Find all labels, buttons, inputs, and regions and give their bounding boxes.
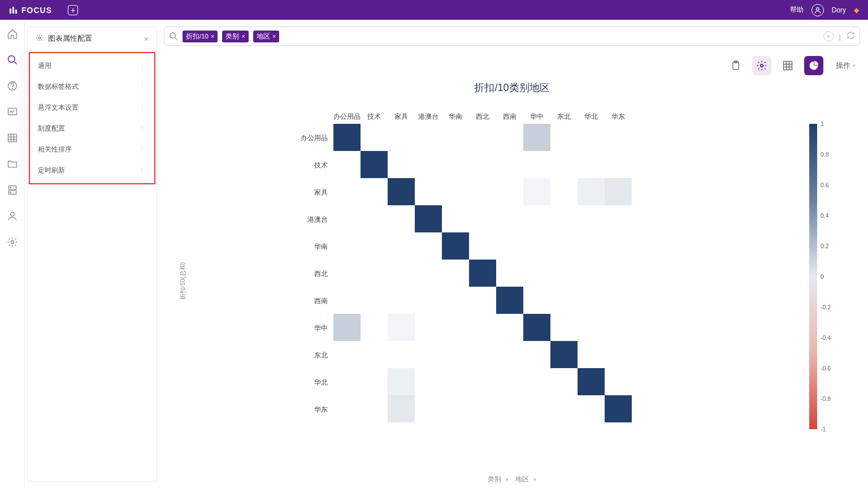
svg-point-19 (761, 64, 763, 67)
prop-refresh[interactable]: 定时刷新〉 (30, 160, 154, 181)
clear-icon[interactable]: × (823, 31, 834, 41)
heatmap-cell[interactable] (578, 368, 605, 395)
svg-rect-8 (8, 134, 16, 141)
y-axis-label: 折扣/10(总和) (179, 262, 187, 300)
svg-point-13 (10, 212, 14, 216)
svg-point-16 (170, 33, 175, 38)
legend-tick: 0.2 (821, 243, 829, 249)
app-name: FOCUS (21, 6, 52, 15)
chevron-right-icon: 〉 (141, 167, 146, 175)
foot-region[interactable]: 地区 (515, 476, 529, 482)
prop-general[interactable]: 通用〉 (30, 55, 154, 76)
heatmap-cell[interactable] (605, 178, 632, 205)
row-header: 家具 (283, 188, 328, 197)
heatmap-cell[interactable] (469, 260, 496, 287)
clipboard-button[interactable] (726, 56, 745, 75)
nav-server-icon[interactable] (6, 184, 19, 196)
heatmap-cell[interactable] (333, 314, 361, 341)
svg-rect-2 (15, 10, 17, 14)
color-legend: 10.80.60.40.20-0.2-0.4-0.6-0.8-1 (809, 124, 817, 429)
legend-tick: 0 (821, 273, 824, 280)
legend-tick: -1 (821, 426, 826, 433)
heatmap-cell[interactable] (415, 205, 442, 232)
heatmap-cell[interactable] (333, 124, 361, 151)
remove-icon[interactable]: × (272, 33, 276, 40)
foot-category[interactable]: 类别 (488, 476, 501, 482)
chip-category[interactable]: 类别× (222, 31, 248, 42)
heatmap-cell[interactable] (388, 395, 415, 422)
prop-label-format[interactable]: 数据标签格式〉 (30, 76, 154, 97)
svg-point-6 (12, 88, 12, 89)
left-nav (0, 20, 25, 488)
heatmap-cell[interactable] (388, 314, 415, 341)
svg-point-14 (11, 241, 14, 244)
heatmap-cell[interactable] (523, 314, 550, 341)
close-icon[interactable]: × (144, 34, 149, 44)
heatmap-cell[interactable] (523, 124, 550, 151)
col-header: 技术 (361, 113, 388, 121)
svg-rect-7 (8, 108, 16, 115)
legend-tick: -0.2 (821, 304, 831, 310)
avatar[interactable] (811, 4, 824, 16)
chip-discount[interactable]: 折扣/10× (183, 31, 218, 42)
col-header: 西南 (496, 113, 523, 121)
svg-rect-0 (10, 8, 11, 14)
add-button[interactable]: + (68, 5, 78, 15)
grid-button[interactable] (778, 56, 797, 75)
legend-tick: 0.6 (821, 182, 829, 188)
remove-icon[interactable]: × (211, 33, 214, 40)
chip-region[interactable]: 地区× (253, 31, 279, 42)
prop-scale[interactable]: 刻度配置〉 (30, 118, 154, 139)
heatmap-cell[interactable] (496, 287, 523, 314)
chart-title: 折扣/10类别地区 (164, 81, 860, 94)
remove-icon[interactable]: × (241, 33, 245, 40)
settings-button[interactable] (752, 56, 771, 75)
svg-point-12 (10, 192, 11, 193)
search-bar[interactable]: 折扣/10× 类别× 地区× × | (164, 27, 860, 46)
chart-area: 折扣/10类别地区 折扣/10(总和) 办公用品技术家具港澳台华南西北西南华中东… (164, 79, 860, 483)
col-header: 华中 (523, 113, 550, 121)
prop-hover-text[interactable]: 悬浮文本设置〉 (30, 97, 154, 118)
nav-home-icon[interactable] (6, 28, 19, 40)
col-header: 华北 (578, 113, 605, 121)
chevron-down-icon: ▾ (853, 63, 856, 68)
heatmap-cell[interactable] (578, 178, 605, 205)
nav-folder-icon[interactable] (6, 158, 19, 170)
legend-tick: 0.4 (821, 212, 829, 219)
legend-tick: -0.6 (821, 365, 831, 372)
heatmap-cell[interactable] (605, 395, 632, 422)
help-link[interactable]: 帮助 (790, 5, 804, 15)
nav-search-icon[interactable] (6, 54, 19, 66)
heatmap-cell[interactable] (550, 341, 578, 368)
nav-user-icon[interactable] (6, 210, 19, 222)
legend-tick: 1 (821, 120, 824, 127)
nav-settings-icon[interactable] (6, 236, 19, 248)
user-name[interactable]: Dory (832, 6, 846, 14)
divider: | (839, 32, 841, 41)
panel-title: 图表属性配置 (48, 34, 92, 44)
col-header: 华南 (442, 113, 469, 121)
row-header: 华北 (283, 378, 328, 387)
heatmap-cell[interactable] (388, 368, 415, 395)
chevron-right-icon: 〉 (141, 83, 146, 91)
nav-table-icon[interactable] (6, 132, 19, 144)
refresh-icon[interactable] (847, 31, 855, 41)
heatmap-cell[interactable] (388, 178, 415, 205)
col-header: 华东 (605, 113, 632, 121)
svg-point-4 (8, 56, 15, 63)
heatmap-cell[interactable] (442, 232, 469, 260)
operate-button[interactable]: 操作▾ (836, 61, 856, 71)
nav-chart-icon[interactable] (6, 106, 19, 118)
heatmap-cell[interactable] (523, 178, 550, 205)
heatmap-cell[interactable] (361, 151, 388, 178)
legend-tick: -0.8 (821, 395, 831, 402)
chart-type-button[interactable] (804, 56, 823, 75)
col-header: 办公用品 (333, 113, 361, 121)
svg-rect-1 (12, 7, 14, 14)
svg-point-11 (10, 187, 11, 188)
row-header: 西北 (283, 270, 328, 278)
row-header: 东北 (283, 351, 328, 360)
prop-correlation[interactable]: 相关性排序〉 (30, 139, 154, 160)
chevron-right-icon: 〉 (141, 125, 146, 133)
nav-help-icon[interactable] (6, 80, 19, 92)
